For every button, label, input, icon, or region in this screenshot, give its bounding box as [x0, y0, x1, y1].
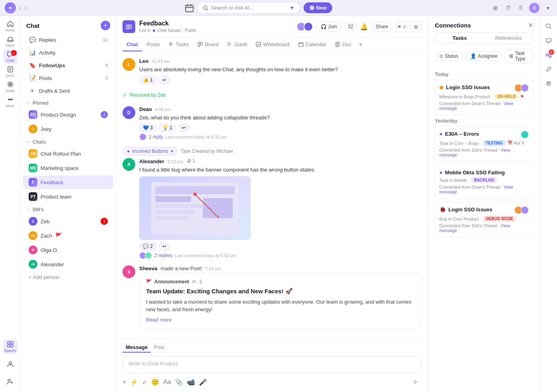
join-button[interactable]: 🎧 Join	[316, 22, 341, 31]
viewers-btn[interactable]: 👁 2	[396, 21, 407, 32]
sidebar-item-chat-rollout[interactable]: CR Chat Rollout Plan	[23, 147, 113, 160]
send-button[interactable]: ➤	[409, 376, 421, 388]
sidebar-item-joey[interactable]: J Joey	[23, 122, 113, 136]
sidebar-item-replies[interactable]: 💬 Replies 12	[23, 34, 113, 46]
nav-goals[interactable]: Goals	[3, 80, 18, 94]
sidebar-item-feedback[interactable]: F Feedback	[23, 176, 113, 189]
tab-gantt[interactable]: Gantt	[223, 38, 251, 51]
clock-icon[interactable]: ⏱	[504, 4, 512, 12]
reaction-bulb[interactable]: 💡 1	[159, 124, 176, 132]
nav-add-user[interactable]	[3, 374, 18, 389]
reaction-heart[interactable]: 💙 3	[139, 124, 156, 132]
sidebar-item-activity[interactable]: 📊 Activity	[23, 47, 113, 59]
pinned-section-header[interactable]: Pinned	[21, 97, 116, 107]
reaction-msg-2[interactable]: 💬 2	[139, 242, 156, 250]
emoji-icon[interactable]: 🙂	[151, 378, 159, 386]
zach-label: Zach	[41, 233, 52, 239]
nav-chat[interactable]: 4 Chat	[3, 49, 18, 64]
sidebar-item-followups[interactable]: 🔖 FollowUps 8	[23, 59, 113, 71]
reaction-reply-2[interactable]: ↩	[178, 124, 189, 132]
tab-board[interactable]: Board	[194, 38, 223, 51]
nav-back-icon[interactable]: ‹	[19, 4, 21, 12]
attachment-icon[interactable]: 📎	[175, 378, 183, 386]
tab-tasks[interactable]: Tasks	[164, 38, 193, 51]
tab-calendar[interactable]: Calendar	[294, 38, 331, 51]
nav-home[interactable]: Home	[3, 19, 18, 33]
chats-section-header[interactable]: Chats	[21, 136, 116, 146]
view-message-1[interactable]: View message	[439, 101, 513, 111]
zeb-label: Zeb	[41, 218, 49, 224]
sidebar-item-add-person[interactable]: + Add person	[23, 272, 113, 283]
grid-icon[interactable]: ⊞	[491, 4, 500, 12]
sidebar-add-button[interactable]: +	[101, 21, 110, 30]
sidebar-item-marketing[interactable]: MS Marketing space	[23, 161, 113, 175]
tab-doc[interactable]: Doc	[331, 38, 355, 51]
lightning-icon[interactable]: ⚡	[130, 378, 138, 386]
sidebar-item-olga[interactable]: O Olga O.	[23, 243, 113, 257]
tab-chat[interactable]: Chat	[123, 38, 142, 51]
task-tag[interactable]: ● Incorrect Buttons ▾	[123, 147, 177, 156]
sidebar-item-zach[interactable]: Zc Zach 🚩	[23, 229, 113, 242]
members-avatars[interactable]	[296, 22, 313, 31]
chevron-down-icon[interactable]: ▾	[543, 4, 552, 12]
alexander-replies[interactable]: 2 replies Last comment today at 5:32 pm	[139, 252, 421, 259]
message-input[interactable]: Write to Chat Product	[123, 356, 421, 373]
video-icon[interactable]: 📹	[187, 378, 195, 386]
nav-docs[interactable]: Docs	[3, 64, 18, 79]
sidebar-item-product-team[interactable]: PT Product team	[23, 190, 113, 203]
comment-right-icon[interactable]	[542, 34, 555, 47]
tab-posts[interactable]: Posts	[143, 38, 164, 51]
sidebar-item-posts[interactable]: 📝 Posts 2	[23, 72, 113, 84]
share-button[interactable]: Share	[371, 22, 393, 31]
dms-section-header[interactable]: DM's	[21, 204, 116, 214]
read-more-link[interactable]: Read more	[146, 317, 171, 323]
app-logo[interactable]: ✦	[5, 2, 16, 14]
view-message-3[interactable]: View message	[439, 185, 513, 194]
nav-more[interactable]: More	[3, 95, 18, 109]
mic-icon[interactable]: 🎤	[199, 378, 207, 386]
reaction-thumbsup[interactable]: 👍 1	[139, 76, 156, 84]
layout-btn[interactable]: ⊞	[410, 21, 421, 32]
reaction-reply-1[interactable]: ↩	[159, 76, 170, 84]
sidebar-item-product-design[interactable]: PD Product Design 3	[23, 108, 113, 121]
nav-inbox[interactable]: Inbox	[3, 34, 18, 49]
input-tab-message[interactable]: Message	[123, 343, 151, 353]
search-bar[interactable]: Search or Ask AI... ✦	[197, 2, 300, 14]
nav-spaces[interactable]: Spaces	[3, 339, 18, 354]
filter-task-type[interactable]: ⊞ Task Type	[505, 49, 533, 64]
palette-right-icon[interactable]	[542, 77, 555, 90]
olga-label: Olga O.	[41, 247, 58, 253]
view-message-4[interactable]: View message	[439, 223, 510, 233]
sidebar-item-drafts[interactable]: ✈ Drafts & Sent	[23, 85, 113, 97]
chevron-icon: ▾	[171, 148, 173, 154]
filter-assignee[interactable]: 👤 Assignee	[466, 51, 502, 61]
new-button[interactable]: ⊕ New	[304, 2, 332, 13]
edit-right-icon[interactable]	[542, 63, 555, 76]
plus-icon[interactable]: +	[123, 378, 126, 386]
text-icon[interactable]: Aa	[163, 378, 171, 386]
search-right-icon[interactable]	[542, 20, 555, 33]
connections-right-icon[interactable]: 2	[542, 49, 555, 61]
bell-icon[interactable]: 🔔	[360, 23, 368, 31]
reaction-reply-3[interactable]: ↩	[159, 242, 170, 250]
conn-tab-tasks[interactable]: Tasks	[435, 33, 484, 43]
close-button[interactable]: ✕	[528, 21, 533, 29]
view-message-2[interactable]: View message	[439, 148, 510, 157]
filter-type-icon: ⊞	[509, 53, 513, 59]
calendar-icon[interactable]	[185, 4, 194, 12]
sidebar-item-zeb[interactable]: Z Zeb 1	[23, 215, 113, 228]
nav-profile[interactable]	[3, 357, 18, 371]
dean-header: Dean 4:08 pm	[139, 106, 421, 112]
user-avatar[interactable]: U	[529, 3, 539, 13]
input-tab-post[interactable]: Post	[151, 343, 167, 353]
dean-replies[interactable]: 1 reply Last comment today at 4:32 pm	[139, 133, 421, 140]
check-circle-icon[interactable]: ✓	[142, 378, 147, 386]
tab-whiteboard[interactable]: Whiteboard	[252, 38, 293, 51]
filter-status[interactable]: ⊙ Status	[435, 51, 463, 61]
eye-icon: 👁	[397, 24, 402, 30]
sidebar-item-alexander[interactable]: Al Alexander	[23, 257, 113, 271]
apps-icon[interactable]: ⠿	[516, 4, 525, 12]
ai-sparkle-icon[interactable]: ✦	[289, 4, 294, 12]
tab-add-button[interactable]: +	[356, 38, 365, 51]
conn-tab-references[interactable]: References	[484, 33, 533, 43]
